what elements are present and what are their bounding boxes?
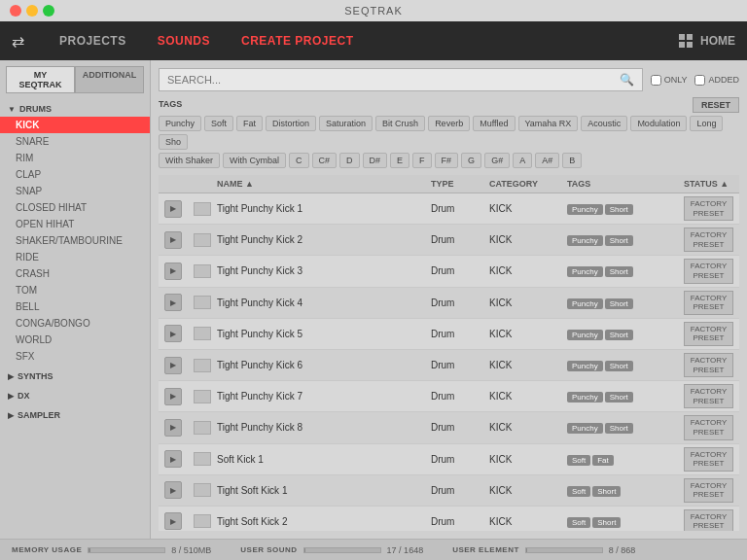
dx-arrow-icon: ▶ [8,392,14,401]
sound-category: KICK [489,391,567,402]
play-button[interactable]: ▶ [164,231,182,249]
sidebar-item-bell[interactable]: BELL [0,298,150,315]
nav-sounds[interactable]: SOUNDS [142,21,226,60]
sidebar-item-open-hihat[interactable]: OPEN HIHAT [0,216,150,232]
tag-pill[interactable]: C [289,153,309,168]
play-button[interactable]: ▶ [164,419,182,437]
play-button[interactable]: ▶ [164,512,182,530]
sound-type: Drum [431,203,489,214]
sidebar-item-ride[interactable]: RIDE [0,249,150,265]
sound-type: Drum [431,298,489,308]
tag-pill[interactable]: Saturation [319,116,373,131]
sidebar-section-drums: ▼ DRUMS KICK SNARE RIM CLAP SNAP CLOSED … [0,99,150,367]
play-button[interactable]: ▶ [164,200,182,218]
tag-pill[interactable]: Modulation [630,116,687,131]
tag-pill[interactable]: Fat [236,116,263,131]
user-element-label: USER ELEMENT [452,545,519,554]
tag-badge: Punchy [567,361,603,371]
play-button[interactable]: ▶ [164,325,182,342]
play-button[interactable]: ▶ [164,450,182,468]
tag-pill[interactable]: C# [312,153,338,168]
sound-category: KICK [489,422,567,433]
tag-pill[interactable]: E [390,153,409,168]
sidebar-item-kick[interactable]: KICK [0,117,150,133]
tab-additional[interactable]: ADDITIONAL [75,66,144,93]
tag-pill[interactable]: Sho [159,134,188,150]
sound-name: Tight Soft Kick 2 [217,516,431,527]
tag-pill[interactable]: G# [484,153,510,168]
sound-name: Tight Punchy Kick 1 [217,203,431,214]
sound-category: KICK [489,485,567,496]
sidebar-item-closed-hihat[interactable]: CLOSED HIHAT [0,199,150,216]
sidebar-sampler-header[interactable]: ▶ SAMPLER [0,407,150,423]
sidebar-item-shaker[interactable]: SHAKER/TAMBOURINE [0,232,150,249]
tag-badge: Punchy [567,298,603,309]
play-button[interactable]: ▶ [164,357,182,374]
tag-pill[interactable]: Bit Crush [375,116,425,131]
search-row: 🔍 ONLY ADDED [159,68,739,91]
user-sound-value: 17 / 1648 [387,545,424,555]
tag-pill[interactable]: D [339,153,360,168]
tag-pill[interactable]: Acoustic [581,116,627,131]
sidebar-drums-header[interactable]: ▼ DRUMS [0,101,150,117]
nav-create-project[interactable]: CREATE PROJECT [226,21,369,60]
tag-pill[interactable]: Punchy [159,116,201,131]
memory-value: 8 / 510MB [171,545,211,555]
sidebar-item-snare[interactable]: SNARE [0,133,150,150]
main-content: MY SEQTRAK ADDITIONAL ▼ DRUMS KICK SNARE… [0,60,747,539]
sidebar-item-sfx[interactable]: SFX [0,348,150,365]
home-label: HOME [700,34,735,48]
th-play [164,179,194,189]
sidebar-item-rim[interactable]: RIM [0,150,150,166]
th-name[interactable]: NAME ▲ [217,179,431,189]
minimize-button[interactable] [26,5,38,17]
tags-row-2: With ShakerWith CymbalCC#DD#EFF#GG#AA#B [159,153,739,168]
only-checkbox[interactable] [651,75,661,86]
sidebar-item-snap[interactable]: SNAP [0,183,150,199]
search-input[interactable] [167,74,620,86]
tag-pill[interactable]: G [461,153,481,168]
tab-my-seqtrak[interactable]: MY SEQTRAK [6,66,75,93]
reset-button[interactable]: RESET [693,97,739,113]
sidebar-item-clap[interactable]: CLAP [0,166,150,183]
tag-pill[interactable]: Soft [204,116,233,131]
tag-pill[interactable]: A [513,153,532,168]
nav-home[interactable]: HOME [679,34,735,48]
th-status[interactable]: STATUS ▲ [684,179,733,189]
sound-tags: PunchyShort [567,328,684,340]
status-badge: FACTORYPRESET [684,384,733,408]
tag-pill[interactable]: With Cymbal [223,153,286,168]
close-button[interactable] [10,5,21,17]
table-row: ▶Tight Punchy Kick 4DrumKICKPunchyShortF… [159,288,739,319]
nav-projects[interactable]: PROJECTS [44,21,142,60]
added-checkbox[interactable] [694,75,705,86]
sidebar-item-tom[interactable]: TOM [0,282,150,298]
play-button[interactable]: ▶ [164,481,182,499]
tag-pill[interactable]: Yamaha RX [518,116,579,131]
tag-pill[interactable]: Muffled [473,116,515,131]
tags-header: TAGS RESET [159,97,739,113]
play-button[interactable]: ▶ [164,262,182,280]
maximize-button[interactable] [43,5,54,17]
play-button[interactable]: ▶ [164,388,182,405]
sound-tags: PunchyShort [567,359,684,371]
tag-pill[interactable]: A# [535,153,559,168]
tag-pill[interactable]: Distortion [266,116,316,131]
sidebar-synths-header[interactable]: ▶ SYNTHS [0,368,150,384]
tag-pill[interactable]: Long [690,116,723,131]
tag-badge: Punchy [567,235,603,246]
tag-pill[interactable]: Reverb [428,116,470,131]
sidebar-item-world[interactable]: WORLD [0,332,150,348]
tag-pill[interactable]: D# [363,153,388,168]
play-button[interactable]: ▶ [164,294,182,311]
sidebar-item-crash[interactable]: CRASH [0,265,150,282]
sidebar-dx-header[interactable]: ▶ DX [0,388,150,403]
tag-pill[interactable]: F# [435,153,459,168]
sidebar-item-conga[interactable]: CONGA/BONGO [0,315,150,332]
status-badge: FACTORYPRESET [684,196,733,221]
dx-label: DX [18,391,30,401]
tag-pill[interactable]: B [562,153,582,168]
tag-pill[interactable]: F [412,153,432,168]
sound-type: Drum [431,516,489,527]
tag-pill[interactable]: With Shaker [159,153,220,168]
